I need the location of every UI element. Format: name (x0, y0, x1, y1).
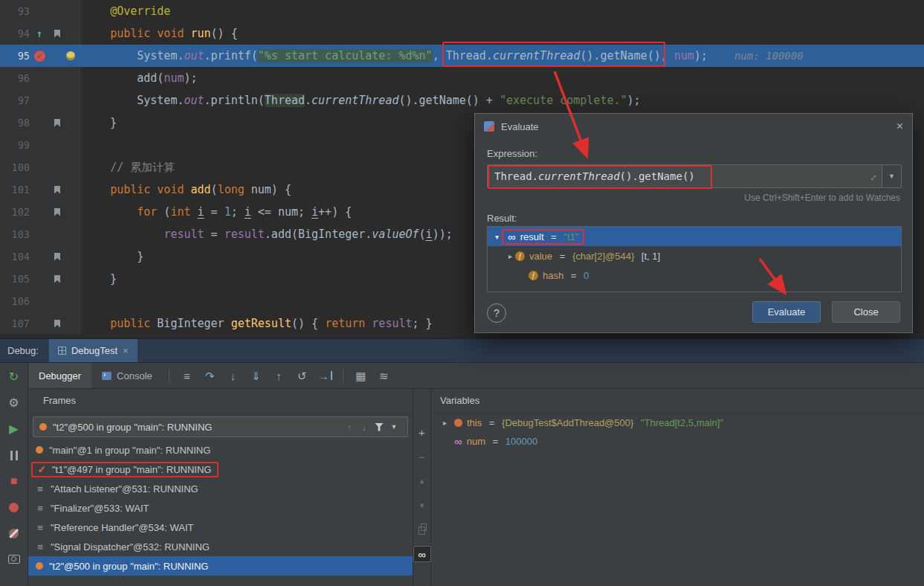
code-text[interactable]: @Override (80, 0, 170, 22)
show-watches-icon[interactable]: ∞ (413, 546, 431, 562)
pause-icon[interactable] (6, 447, 22, 463)
dialog-close-icon[interactable]: × (896, 120, 903, 132)
editor-gutter[interactable]: 93 (0, 0, 80, 22)
resume-icon[interactable]: ▶ (6, 421, 22, 437)
code-text[interactable]: result = result.add(BigInteger.valueOf(i… (80, 223, 453, 245)
editor-gutter[interactable]: 97 (0, 89, 80, 112)
editor-gutter[interactable]: 100 (0, 156, 80, 178)
line-number[interactable]: 106 (0, 290, 30, 312)
variable-row[interactable]: ▸this = {DebugTest$AddThread@500} "Threa… (431, 413, 924, 432)
run-to-cursor-icon[interactable]: → (314, 367, 337, 384)
expression-history-dropdown-icon[interactable]: ▼ (882, 165, 901, 187)
editor-gutter[interactable]: 104 (0, 245, 80, 268)
expression-value[interactable]: Thread.currentThread().getName() (488, 170, 695, 182)
line-number[interactable]: 98 (0, 112, 30, 134)
code-text[interactable]: System.out.printf("%s start calculate: %… (80, 45, 804, 67)
code-text[interactable]: } (80, 245, 143, 268)
code-text[interactable]: add(num); (80, 67, 198, 89)
line-number[interactable]: 102 (0, 201, 30, 223)
rerun-icon[interactable]: ↻ (6, 369, 22, 385)
edit-configuration-icon[interactable]: ⚙ (6, 395, 22, 411)
line-number[interactable]: 97 (0, 89, 30, 112)
add-watch-icon[interactable]: + (415, 423, 430, 441)
duplicate-watch-icon[interactable] (415, 521, 430, 539)
expand-chevron-icon[interactable]: ▸ (440, 419, 450, 427)
override-method-icon[interactable]: ↑ (30, 22, 49, 45)
thread-row[interactable]: ≡"Attach Listener"@531: RUNNING (28, 479, 413, 498)
expand-chevron-icon[interactable]: ▾ (492, 233, 502, 241)
line-number[interactable]: 96 (0, 67, 30, 89)
thread-selector-dropdown[interactable]: "t2"@500 in group "main": RUNNING ↑↓▼ (33, 416, 408, 437)
stop-icon[interactable]: ■ (6, 473, 22, 489)
result-row[interactable]: ▸fvalue = {char[2]@544} [t, 1] (488, 246, 901, 265)
editor-gutter[interactable]: 106 (0, 290, 80, 312)
layout-settings-icon[interactable]: ≡ (175, 367, 198, 384)
editor-gutter[interactable]: 102 (0, 201, 80, 223)
code-text[interactable]: // 累加计算 (80, 156, 175, 178)
code-text[interactable]: public void run() { (80, 22, 238, 45)
step-into-icon[interactable]: ↓ (222, 367, 245, 384)
remove-watch-icon[interactable]: − (415, 448, 430, 466)
editor-gutter[interactable]: 96 (0, 67, 80, 89)
view-breakpoints-icon[interactable] (6, 499, 22, 515)
expression-input[interactable]: Thread.currentThread().getName() ↔ ▼ (487, 164, 902, 188)
evaluate-expression-icon[interactable]: ▦ (349, 367, 372, 384)
thread-row[interactable]: ≡"Signal Dispatcher"@532: RUNNING (28, 537, 413, 556)
thread-row[interactable]: "t2"@500 in group "main": RUNNING (28, 556, 413, 576)
thread-row[interactable]: ✓"t1"@497 in group "main": RUNNING (28, 460, 413, 479)
line-number[interactable]: 104 (0, 245, 30, 268)
line-number[interactable]: 103 (0, 223, 30, 245)
code-text[interactable]: System.out.println(Thread.currentThread(… (80, 89, 641, 112)
line-number[interactable]: 105 (0, 268, 30, 290)
expand-editor-icon[interactable]: ↔ (862, 170, 882, 183)
line-number[interactable]: 101 (0, 178, 30, 201)
close-session-tab-icon[interactable]: × (123, 345, 129, 356)
code-text[interactable] (80, 134, 83, 156)
previous-frame-icon[interactable]: ↑ (342, 422, 357, 433)
breakpoint-hit-icon[interactable]: ✓ (30, 51, 49, 62)
line-number[interactable]: 95 (0, 45, 30, 67)
code-text[interactable]: } (80, 112, 117, 134)
result-tree[interactable]: ▾∞result = "t1"▸fvalue = {char[2]@544} [… (487, 226, 902, 292)
thread-row[interactable]: ≡"Finalizer"@533: WAIT (28, 498, 413, 518)
line-number[interactable]: 99 (0, 134, 30, 156)
move-watch-up-icon[interactable]: ▲ (415, 472, 430, 490)
dialog-titlebar[interactable]: Evaluate × (475, 114, 912, 139)
thread-row[interactable]: ≡"Reference Handler"@534: WAIT (28, 518, 413, 537)
line-number[interactable]: 100 (0, 156, 30, 178)
line-number[interactable]: 107 (0, 312, 30, 335)
code-line[interactable]: 95✓ System.out.printf("%s start calculat… (0, 45, 924, 67)
editor-gutter[interactable]: 101 (0, 178, 80, 201)
expand-chevron-icon[interactable]: ▸ (505, 252, 515, 260)
move-watch-down-icon[interactable]: ▼ (415, 497, 430, 515)
filter-threads-icon[interactable] (372, 423, 387, 431)
editor-gutter[interactable]: 105 (0, 268, 80, 290)
session-tab-debugtest[interactable]: DebugTest × (49, 339, 138, 362)
step-over-icon[interactable]: ↷ (198, 367, 222, 384)
result-row[interactable]: ▾∞result = "t1" (488, 227, 901, 246)
code-text[interactable]: for (int i = 1; i <= num; i++) { (80, 201, 352, 223)
thread-dump-icon[interactable] (6, 551, 22, 567)
code-text[interactable]: } (80, 268, 117, 290)
intention-bulb-icon[interactable] (66, 51, 75, 60)
editor-gutter[interactable]: 94↑ (0, 22, 80, 45)
tab-debugger[interactable]: Debugger (28, 363, 91, 388)
trace-streams-icon[interactable]: ≋ (372, 367, 395, 384)
close-button[interactable]: Close (832, 301, 900, 323)
code-line[interactable]: 93 @Override (0, 0, 924, 22)
step-out-icon[interactable]: ↑ (268, 367, 291, 384)
help-button[interactable]: ? (487, 303, 506, 323)
line-number[interactable]: 93 (0, 0, 30, 22)
editor-gutter[interactable]: 107 (0, 312, 80, 335)
force-step-into-icon[interactable]: ⇓ (245, 367, 268, 384)
thread-dropdown-icon[interactable]: ▼ (387, 423, 401, 431)
code-line[interactable]: 94↑ public void run() { (0, 22, 924, 45)
next-frame-icon[interactable]: ↓ (357, 422, 372, 433)
thread-row[interactable]: "main"@1 in group "main": RUNNING (28, 440, 413, 460)
mute-breakpoints-icon[interactable] (6, 525, 22, 541)
editor-gutter[interactable]: 103 (0, 223, 80, 245)
code-text[interactable] (80, 290, 83, 312)
editor-gutter[interactable]: 98 (0, 112, 80, 134)
code-line[interactable]: 96 add(num); (0, 67, 924, 89)
variable-row[interactable]: ∞num = 100000 (431, 432, 924, 451)
